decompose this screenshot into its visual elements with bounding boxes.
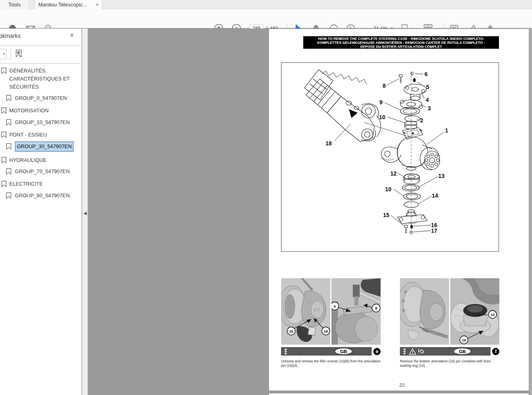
language-badge: GB [453, 348, 471, 355]
bookmark-group-30-selected[interactable]: GROUP_30_547907EN [0, 143, 82, 152]
tab-close-icon[interactable]: × [95, 2, 99, 7]
caution-gear-icon [418, 348, 424, 355]
callout-3: 3 [428, 105, 431, 112]
photo-callout-4: 4 [333, 304, 335, 308]
photo-wrench-top: 4 8 [331, 278, 381, 345]
divider [0, 45, 82, 46]
banner-line1: HOW TO REMOVE THE COMPLETE STEERING CASE… [303, 37, 499, 41]
procedure-panel-f: 10 19 [400, 278, 499, 345]
panel-splitter[interactable]: ◀ [82, 29, 88, 395]
callout-6: 6 [424, 71, 428, 77]
callout-9: 9 [379, 99, 383, 105]
photo-hands-pin: 10 19 [450, 278, 499, 345]
callout-15: 15 [383, 212, 389, 218]
language-badge: GB [335, 348, 352, 355]
section-banner: HOW TO REMOVE THE COMPLETE STEERING CASE… [303, 36, 499, 49]
bookmark-hydraulique[interactable]: HYDRAULIQUE [0, 156, 82, 164]
bookmark-pont-essieu[interactable]: PONT - ESSIEU [0, 131, 82, 139]
document-view: HOW TO REMOVE THE COMPLETE STEERING CASE… [88, 29, 532, 395]
callout-8: 8 [383, 83, 386, 89]
callout-5: 5 [426, 84, 429, 90]
bookmark-group-80[interactable]: GROUP_80_547907EN [0, 192, 82, 200]
tab-bar: Tools Manitou Telescopic... × [0, 0, 532, 9]
tab-tools[interactable]: Tools [0, 0, 29, 9]
photo-callout-15: 15 [289, 329, 293, 333]
page-number: 22 [390, 382, 414, 388]
bookmarks-title: okmarks [0, 33, 21, 39]
callout-12: 12 [390, 170, 397, 177]
vertical-scrollbar[interactable] [529, 29, 532, 395]
main-toolbar: / 460 71.1% ▾ ▾ [0, 9, 532, 28]
photo-hub-screws: 15 19 [281, 278, 330, 345]
banner-line3: DEPOSE DU BOITIER ARTICULATION COMPLET [303, 45, 499, 49]
callout-1: 1 [445, 127, 448, 134]
step-letter-badge: f [492, 348, 499, 355]
acrobat-window: Tools Manitou Telescopic... × / 460 [0, 0, 532, 395]
callout-4: 4 [426, 97, 429, 103]
bookmark-group-70[interactable]: GROUP_70_547907EN [0, 168, 82, 176]
bookmark-options-button[interactable]: ▾ [0, 49, 6, 59]
tab-document-label: Manitou Telescopic... [38, 2, 87, 8]
collapse-panel-icon[interactable]: ◀ [83, 211, 87, 216]
step-letter-badge: e [373, 348, 381, 355]
close-icon[interactable]: × [70, 32, 74, 39]
step-caption: Unloose and remove the fittin screws (15… [281, 359, 382, 368]
photo-pair: 10 19 [400, 278, 499, 345]
photo-callout-10: 10 [491, 313, 495, 317]
bookmarks-toolbar: ▾ [0, 46, 82, 62]
bookmark-generalites[interactable]: GÉNÉRALITÉS, CARACTÉRISTIQUES ET SÉCURIT… [0, 67, 82, 91]
warning-triangle-icon [409, 348, 416, 355]
callout-18: 18 [325, 140, 332, 147]
bookmark-group-10[interactable]: GROUP_10_547907EN [0, 118, 82, 126]
callout-17: 17 [431, 227, 437, 234]
photo-callout-19: 19 [324, 329, 328, 333]
chevron-down-icon: ▾ [3, 52, 5, 56]
callout-14: 14 [432, 192, 438, 199]
next-page-edge [269, 393, 529, 395]
photo-callout-8: 8 [375, 306, 377, 310]
caption-bar: GB [400, 347, 491, 356]
callout-10a: 10 [379, 114, 385, 120]
bookmark-motorisation[interactable]: MOTORISATION [0, 107, 82, 115]
exploded-diagram-drawing: 6 8 5 4 9 3 10 2 1 18 12 13 10 [282, 63, 499, 251]
callout-10b: 10 [385, 186, 391, 192]
divider [10, 48, 11, 60]
callout-2: 2 [420, 117, 423, 124]
tab-tools-label: Tools [8, 2, 21, 8]
content-area: okmarks × ▾ GÉNÉRALITÉS, CARACTÉRISTIQUE… [0, 29, 532, 395]
pdf-page: HOW TO REMOVE THE COMPLETE STEERING CASE… [269, 29, 529, 391]
caption-bar: GB [281, 347, 372, 356]
tab-document[interactable]: Manitou Telescopic... × [35, 0, 102, 9]
divider [0, 63, 82, 64]
bookmark-electricite[interactable]: ELECTRICITE [0, 180, 82, 188]
bookmark-group-0[interactable]: GROUP_0_547907EN [0, 94, 82, 102]
banner-line2: KOMPLETTES GELENKGEHAUSE ABMONTIEREN - R… [303, 41, 499, 45]
photo-pair: 15 19 [281, 278, 381, 345]
exploded-diagram: 6 8 5 4 9 3 10 2 1 18 12 13 10 [281, 62, 499, 252]
lift-point-icon [283, 348, 289, 355]
bookmarks-header: okmarks × [0, 32, 82, 43]
add-bookmark-icon[interactable] [14, 48, 24, 60]
step-caption: Remove the bottom articulation (19) pin … [400, 359, 501, 368]
bookmarks-list: GÉNÉRALITÉS, CARACTÉRISTIQUES ET SÉCURIT… [0, 67, 82, 204]
callout-13: 13 [438, 173, 445, 179]
photo-callout-19: 19 [462, 338, 466, 342]
bookmarks-panel: okmarks × ▾ GÉNÉRALITÉS, CARACTÉRISTIQUE… [0, 29, 82, 395]
lift-point-icon [402, 348, 408, 355]
photo-axle-hub [400, 278, 449, 345]
procedure-panel-e: 15 19 [281, 278, 381, 345]
